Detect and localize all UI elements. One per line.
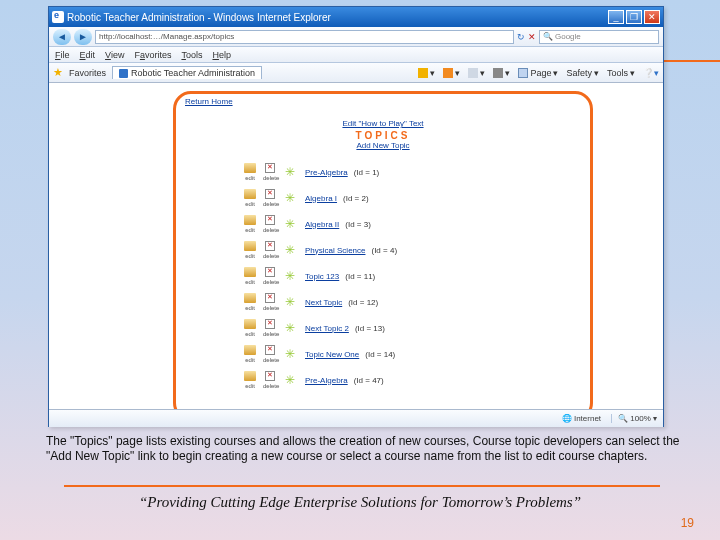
edit-icon[interactable]: [244, 163, 256, 173]
delete-icon[interactable]: [265, 293, 275, 303]
address-bar[interactable]: http://localhost:…/Manage.aspx/topics: [95, 30, 514, 44]
star-icon: ✳: [285, 217, 295, 231]
topic-row: editdelete✳Pre-Algebra (Id = 47): [243, 367, 573, 393]
feeds-button[interactable]: ▾: [443, 68, 460, 78]
topic-name-link[interactable]: Topic New One: [305, 350, 359, 359]
status-internet-zone: 🌐 Internet: [562, 414, 601, 423]
delete-icon[interactable]: [265, 241, 275, 251]
edit-label: edit: [243, 305, 257, 311]
topic-row: editdelete✳Pre-Algebra (Id = 1): [243, 159, 573, 185]
favorites-toolbar: ★ Favorites Robotic Teacher Administrati…: [49, 63, 663, 83]
topic-id: (Id = 47): [354, 376, 384, 385]
page-menu[interactable]: Page ▾: [518, 68, 558, 78]
edit-icon[interactable]: [244, 319, 256, 329]
menu-help[interactable]: Help: [212, 50, 231, 60]
delete-icon[interactable]: [265, 215, 275, 225]
topic-list: editdelete✳Pre-Algebra (Id = 1)editdelet…: [243, 159, 573, 393]
slide-underline: [64, 485, 660, 487]
delete-icon[interactable]: [265, 345, 275, 355]
edit-label: edit: [243, 175, 257, 181]
edit-howto-link[interactable]: Edit "How to Play" Text: [173, 119, 593, 128]
delete-label: delete: [263, 201, 277, 207]
maximize-button[interactable]: ❐: [626, 10, 642, 24]
topic-row: editdelete✳Next Topic (Id = 12): [243, 289, 573, 315]
star-icon: ✳: [285, 243, 295, 257]
slide-tagline: “Providing Cutting Edge Enterprise Solut…: [0, 494, 720, 511]
close-button[interactable]: ✕: [644, 10, 660, 24]
edit-icon[interactable]: [244, 241, 256, 251]
favorites-star-icon[interactable]: ★: [53, 66, 63, 79]
rss-icon: [443, 68, 453, 78]
edit-icon[interactable]: [244, 189, 256, 199]
edit-label: edit: [243, 331, 257, 337]
minimize-button[interactable]: _: [608, 10, 624, 24]
favorites-label: Favorites: [69, 68, 106, 78]
printer-icon: [493, 68, 503, 78]
menu-bar: File Edit View Favorites Tools Help: [49, 47, 663, 63]
tab-label: Robotic Teacher Administration: [131, 68, 255, 78]
mail-button[interactable]: ▾: [468, 68, 485, 78]
tools-menu[interactable]: Tools ▾: [607, 68, 635, 78]
browser-tab[interactable]: Robotic Teacher Administration: [112, 66, 262, 79]
topic-name-link[interactable]: Algebra II: [305, 220, 339, 229]
delete-label: delete: [263, 279, 277, 285]
edit-icon[interactable]: [244, 293, 256, 303]
topic-name-link[interactable]: Pre-Algebra: [305, 376, 348, 385]
topic-name-link[interactable]: Next Topic 2: [305, 324, 349, 333]
status-bar: 🌐 Internet 🔍 100% ▾: [49, 409, 663, 427]
slide-caption: The "Topics" page lists existing courses…: [46, 434, 682, 464]
add-new-topic-link[interactable]: Add New Topic: [173, 141, 593, 150]
print-button[interactable]: ▾: [493, 68, 510, 78]
topic-row: editdelete✳Topic 123 (Id = 11): [243, 263, 573, 289]
topic-row: editdelete✳Algebra I (Id = 2): [243, 185, 573, 211]
delete-label: delete: [263, 305, 277, 311]
menu-favorites[interactable]: Favorites: [134, 50, 171, 60]
page-title: TOPICS: [173, 130, 593, 141]
ie-icon: [52, 11, 64, 23]
topic-name-link[interactable]: Topic 123: [305, 272, 339, 281]
delete-label: delete: [263, 357, 277, 363]
back-arrow-icon[interactable]: ◄: [53, 29, 71, 45]
delete-icon[interactable]: [265, 163, 275, 173]
delete-icon[interactable]: [265, 189, 275, 199]
search-input[interactable]: 🔍Google: [539, 30, 659, 44]
home-button[interactable]: ▾: [418, 68, 435, 78]
edit-icon[interactable]: [244, 215, 256, 225]
star-icon: ✳: [285, 373, 295, 387]
refresh-icon[interactable]: ↻: [517, 32, 525, 42]
menu-file[interactable]: File: [55, 50, 70, 60]
forward-arrow-icon[interactable]: ►: [74, 29, 92, 45]
edit-label: edit: [243, 279, 257, 285]
star-icon: ✳: [285, 347, 295, 361]
topic-name-link[interactable]: Algebra I: [305, 194, 337, 203]
delete-label: delete: [263, 253, 277, 259]
mail-icon: [468, 68, 478, 78]
tab-favicon-icon: [119, 69, 128, 78]
topic-name-link[interactable]: Physical Science: [305, 246, 365, 255]
menu-tools[interactable]: Tools: [181, 50, 202, 60]
star-icon: ✳: [285, 295, 295, 309]
star-icon: ✳: [285, 165, 295, 179]
edit-icon[interactable]: [244, 345, 256, 355]
delete-icon[interactable]: [265, 319, 275, 329]
stop-icon[interactable]: ✕: [528, 32, 536, 42]
star-icon: ✳: [285, 269, 295, 283]
delete-icon[interactable]: [265, 371, 275, 381]
zoom-control[interactable]: 🔍 100% ▾: [611, 414, 657, 423]
help-icon[interactable]: ❔▾: [643, 68, 659, 78]
topic-name-link[interactable]: Next Topic: [305, 298, 342, 307]
delete-label: delete: [263, 175, 277, 181]
edit-icon[interactable]: [244, 371, 256, 381]
edit-icon[interactable]: [244, 267, 256, 277]
menu-edit[interactable]: Edit: [80, 50, 96, 60]
delete-icon[interactable]: [265, 267, 275, 277]
safety-menu[interactable]: Safety ▾: [566, 68, 599, 78]
page-icon: [518, 68, 528, 78]
page-number: 19: [681, 516, 694, 530]
topic-id: (Id = 14): [365, 350, 395, 359]
topic-id: (Id = 12): [348, 298, 378, 307]
menu-view[interactable]: View: [105, 50, 124, 60]
topic-name-link[interactable]: Pre-Algebra: [305, 168, 348, 177]
return-home-link[interactable]: Return Home: [185, 97, 233, 106]
star-icon: ✳: [285, 321, 295, 335]
